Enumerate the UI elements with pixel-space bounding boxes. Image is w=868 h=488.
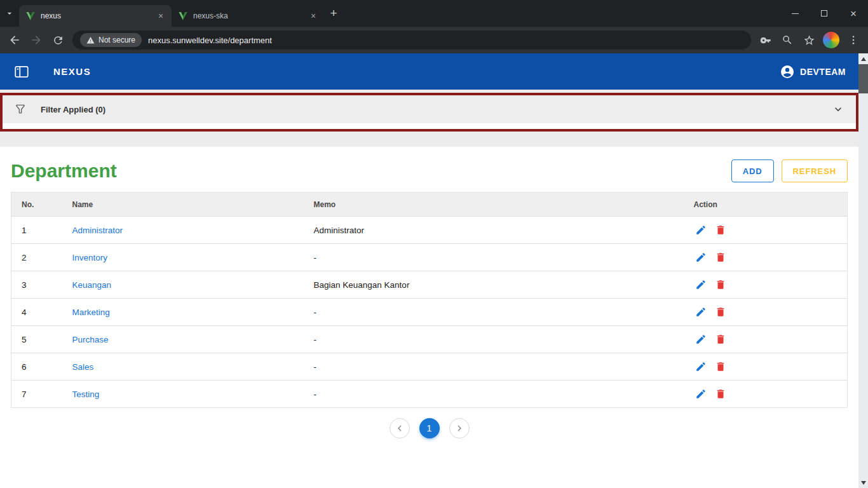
row-name-link[interactable]: Sales: [72, 362, 94, 372]
edit-button[interactable]: [694, 278, 708, 292]
table-row: 1 Administrator Administrator: [11, 217, 848, 244]
tab-nexus[interactable]: nexus ×: [19, 5, 172, 27]
edit-button[interactable]: [694, 305, 708, 319]
chevron-down-icon: [4, 8, 15, 18]
row-no: 3: [11, 271, 62, 299]
trash-icon: [715, 252, 726, 263]
edit-button[interactable]: [694, 332, 708, 346]
back-button[interactable]: [4, 29, 25, 51]
edit-button[interactable]: [694, 360, 708, 374]
pencil-icon: [695, 334, 707, 345]
delete-button[interactable]: [714, 332, 728, 346]
trash-icon: [715, 361, 726, 372]
row-name-link[interactable]: Purchase: [72, 335, 109, 344]
down-triangle-icon: [861, 481, 866, 485]
sidebar-toggle-button[interactable]: [9, 59, 34, 85]
prev-page-button[interactable]: [390, 418, 410, 438]
up-triangle-icon: [861, 57, 866, 61]
table-body: 1 Administrator Administrator 2: [11, 217, 848, 408]
vuetify-favicon-icon: [25, 11, 36, 21]
close-button[interactable]: ×: [839, 0, 868, 27]
add-button[interactable]: ADD: [731, 159, 774, 182]
security-label: Not secure: [98, 36, 135, 44]
row-name-link[interactable]: Inventory: [72, 253, 108, 262]
browser-menu-button[interactable]: [843, 29, 864, 51]
page-title: Department: [11, 160, 117, 182]
header-memo: Memo: [304, 193, 684, 217]
scroll-up-button[interactable]: [858, 53, 868, 64]
trash-icon: [715, 279, 726, 290]
pencil-icon: [695, 224, 707, 236]
row-name-link[interactable]: Testing: [72, 390, 100, 399]
maximize-button[interactable]: [810, 0, 839, 27]
row-memo: Administrator: [304, 217, 684, 244]
tab-strip: nexus × nexus-ska × + ×: [0, 0, 868, 27]
delete-button[interactable]: [714, 250, 728, 264]
minimize-button[interactable]: [780, 0, 810, 27]
chevron-down-icon[interactable]: [832, 103, 844, 116]
back-arrow-icon: [8, 34, 21, 46]
delete-button[interactable]: [714, 387, 728, 401]
trash-icon: [715, 334, 726, 345]
scrollbar-track[interactable]: [858, 93, 868, 477]
browser-toolbar: Not secure nexus.sunwelldev.site/departm…: [0, 27, 868, 53]
filter-bar[interactable]: Filter Applied (0): [3, 95, 856, 123]
pencil-icon: [695, 388, 707, 400]
edit-button[interactable]: [694, 250, 708, 264]
row-name-link[interactable]: Administrator: [72, 226, 123, 235]
new-tab-button[interactable]: +: [324, 4, 343, 23]
tab-search-button[interactable]: [0, 0, 19, 27]
scroll-down-button[interactable]: [858, 477, 868, 488]
url-text: nexus.sunwelldev.site/department: [148, 36, 272, 45]
row-no: 2: [11, 244, 62, 271]
row-name-link[interactable]: Keuangan: [72, 280, 112, 290]
trash-icon: [715, 224, 726, 236]
warning-triangle-icon: [86, 36, 95, 44]
main-header: Department ADD REFRESH: [11, 159, 848, 182]
maximize-icon: [821, 10, 827, 17]
bookmark-button[interactable]: [798, 29, 820, 51]
delete-button[interactable]: [714, 360, 728, 374]
page-1-button[interactable]: 1: [419, 418, 440, 438]
header-buttons: ADD REFRESH: [731, 159, 848, 182]
pencil-icon: [695, 306, 707, 318]
next-page-button[interactable]: [449, 418, 470, 438]
row-memo: -: [304, 299, 684, 326]
main-card: Department ADD REFRESH No. Name Memo Act…: [0, 147, 858, 488]
chevron-left-icon: [394, 423, 405, 434]
page-scrollbar[interactable]: [858, 53, 868, 488]
tabstrip-spacer: [343, 0, 780, 27]
header-no: No.: [11, 193, 62, 217]
account-menu[interactable]: DEVTEAM: [780, 64, 846, 79]
row-memo: -: [304, 353, 684, 381]
security-chip[interactable]: Not secure: [80, 33, 142, 47]
scrollbar-thumb[interactable]: [858, 64, 868, 93]
tab-title: nexus: [41, 11, 155, 20]
refresh-button[interactable]: REFRESH: [782, 159, 848, 182]
row-name-link[interactable]: Marketing: [72, 308, 110, 317]
address-bar[interactable]: Not secure nexus.sunwelldev.site/departm…: [72, 30, 751, 50]
tab-close-icon[interactable]: ×: [308, 10, 319, 22]
trash-icon: [715, 306, 726, 318]
viewport: NEXUS DEVTEAM Filter Applied (0): [0, 53, 868, 488]
delete-button[interactable]: [714, 305, 728, 319]
edit-button[interactable]: [694, 223, 708, 237]
password-manager-button[interactable]: [755, 29, 776, 51]
tab-close-icon[interactable]: ×: [155, 10, 166, 22]
tab-nexus-ska[interactable]: nexus-ska ×: [172, 5, 324, 27]
tab-title: nexus-ska: [193, 11, 308, 20]
trash-icon: [715, 388, 726, 400]
star-icon: [803, 34, 815, 46]
profile-avatar[interactable]: [823, 32, 839, 48]
header-action: Action: [684, 193, 848, 217]
zoom-button[interactable]: [776, 29, 798, 51]
delete-button[interactable]: [714, 278, 728, 292]
key-icon: [760, 34, 772, 46]
forward-button[interactable]: [25, 29, 47, 51]
table-row: 5 Purchase -: [11, 326, 848, 353]
edit-button[interactable]: [694, 387, 708, 401]
table-row: 6 Sales -: [11, 353, 848, 381]
row-no: 7: [11, 381, 62, 408]
delete-button[interactable]: [714, 223, 728, 237]
reload-button[interactable]: [47, 29, 69, 51]
